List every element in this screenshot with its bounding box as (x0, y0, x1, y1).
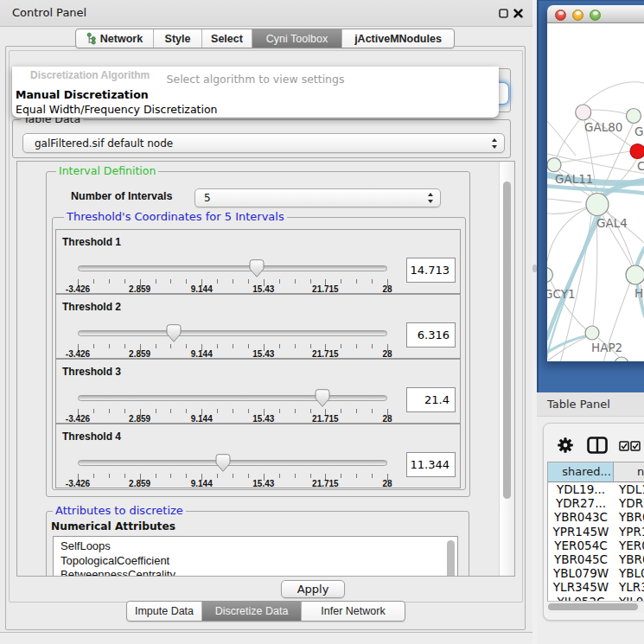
cell-name[interactable]: YLR34 (614, 580, 644, 594)
checkbox-column-icon-2[interactable] (630, 441, 641, 451)
combo-arrows-icon (426, 192, 434, 204)
column-header-shared-name[interactable]: shared... (548, 462, 614, 482)
list-item[interactable]: TopologicalCoefficient (54, 554, 457, 569)
list-item[interactable]: BetweennessCentrality (54, 568, 457, 576)
tab-network[interactable]: Network (76, 29, 154, 48)
tab-infer-network[interactable]: Infer Network (302, 602, 405, 621)
tab-jactivemnodules[interactable]: jActiveMNodules (342, 29, 454, 48)
cell-shared-name[interactable]: YBL079W (548, 566, 614, 580)
network-canvas[interactable]: GAL80GACGAL11GAL4GCY1HHAP2 (547, 23, 644, 361)
table-row[interactable]: YBR043CYBR04 (548, 510, 644, 524)
interval-definition-group: Interval Definition Number of Intervals … (46, 171, 470, 497)
table-row[interactable]: YDL19...YDL19 (548, 482, 644, 496)
slider-thumb[interactable] (315, 389, 330, 407)
threshold-label: Threshold 3 (62, 366, 121, 378)
cell-name[interactable]: YER05 (614, 539, 644, 552)
split-columns-icon[interactable] (587, 437, 608, 454)
slider-tick-label: 9.144 (191, 479, 213, 488)
cell-shared-name[interactable]: YDR27... (548, 496, 614, 510)
dropdown-prompt-item[interactable]: Select algorithm to view settings (12, 73, 499, 86)
node-gcy1[interactable] (547, 268, 553, 283)
close-traffic-light[interactable] (555, 10, 566, 21)
node-gal4[interactable] (586, 194, 609, 216)
slider-thumb[interactable] (166, 324, 182, 342)
slider-track[interactable] (78, 395, 387, 401)
slider-tick-label: 21.715 (312, 479, 339, 488)
slider-thumb[interactable] (249, 259, 265, 277)
dropdown-item-manual-discretization[interactable]: Manual Discretization (16, 88, 149, 101)
screenshot: Control Panel Network S (0, 0, 644, 644)
tab-select[interactable]: Select (202, 29, 252, 48)
thresholds-group: Threshold's Coordinates for 5 Intervals … (52, 217, 466, 490)
thresholds-group-title: Threshold's Coordinates for 5 Intervals (64, 211, 287, 223)
checkbox-column-icon[interactable] (619, 441, 629, 451)
attributes-group-title: Attributes to discretize (53, 505, 186, 517)
table-row[interactable]: YDR27...YDR27 (548, 496, 644, 510)
cell-name[interactable]: YBL07 (614, 566, 644, 580)
cell-shared-name[interactable]: YBR045C (548, 552, 614, 566)
network-desktop: GAL80GACGAL11GAL4GCY1HHAP2 (537, 0, 644, 392)
cell-name[interactable]: YBR04 (614, 552, 644, 566)
apply-button[interactable]: Apply (281, 580, 345, 598)
settings-scrollbar[interactable] (499, 162, 514, 576)
cell-name[interactable]: YDL19 (614, 482, 644, 496)
tab-style[interactable]: Style (154, 29, 202, 48)
cell-name[interactable]: YBR04 (614, 510, 644, 524)
cell-shared-name[interactable]: YLR345W (548, 580, 614, 594)
table-header-row: shared... na (548, 462, 644, 482)
slider-track[interactable] (78, 330, 387, 336)
number-of-intervals-combobox[interactable]: 5 (194, 188, 441, 207)
slider-tick-label: -3.426 (66, 349, 90, 359)
column-header-name[interactable]: na (614, 462, 644, 482)
threshold-value-field[interactable]: 21.4 (406, 387, 456, 412)
threshold-label: Threshold 2 (62, 301, 121, 313)
table-data-combobox[interactable]: galFiltered.sif default node (22, 133, 505, 153)
table-horizontal-scrollbar[interactable] (547, 601, 644, 613)
gear-icon[interactable] (558, 437, 573, 453)
node-label-c: C (637, 159, 644, 173)
numerical-attributes-label: Numerical Attributes (51, 520, 175, 532)
slider-thumb[interactable] (215, 454, 231, 472)
list-item[interactable]: SelfLoops (54, 539, 457, 554)
minimize-traffic-light[interactable] (572, 10, 583, 21)
threshold-value-field[interactable]: 14.713 (406, 258, 456, 283)
list-scrollbar[interactable] (446, 538, 456, 576)
tab-impute-data[interactable]: Impute Data (127, 602, 202, 621)
dropdown-item-equal-width[interactable]: Equal Width/Frequency Discretization (16, 103, 218, 116)
cell-name[interactable]: YDR27 (614, 496, 644, 510)
node-partial[interactable] (615, 357, 628, 361)
slider-track[interactable] (78, 265, 387, 271)
hscrollbar-thumb[interactable] (548, 603, 638, 610)
tab-discretize-data[interactable]: Discretize Data (202, 602, 302, 621)
node-gal[interactable] (627, 109, 641, 124)
node-gal80[interactable] (576, 105, 591, 120)
zoom-traffic-light[interactable] (590, 10, 601, 21)
node-h[interactable] (626, 265, 644, 284)
table-card: shared... na YDL19...YDL19YDR27...YDR27Y… (543, 423, 644, 621)
table-row[interactable]: YBL079WYBL07 (548, 566, 644, 580)
table-row[interactable]: YBR045CYBR04 (548, 552, 644, 566)
scrollbar-thumb[interactable] (503, 182, 511, 499)
combo-arrows-icon (490, 137, 498, 150)
table-row[interactable]: YLR345WYLR34 (548, 580, 644, 594)
threshold-value-field[interactable]: 11.344 (406, 452, 456, 477)
slider-tick-label: 2.859 (129, 479, 150, 488)
cell-name[interactable]: YPR14 (614, 525, 644, 539)
table-row[interactable]: YER054CYER05 (548, 539, 644, 552)
slider-tick-label: 21.715 (312, 284, 339, 294)
cell-shared-name[interactable]: YPR145W (548, 525, 614, 539)
float-window-icon[interactable] (499, 9, 508, 18)
tab-cyni-toolbox[interactable]: Cyni Toolbox (252, 29, 342, 48)
node-selected-red[interactable] (630, 144, 644, 159)
cell-shared-name[interactable]: YER054C (548, 539, 614, 552)
cell-shared-name[interactable]: YDL19... (548, 482, 614, 496)
node-gal11[interactable] (547, 158, 561, 172)
threshold-value-field[interactable]: 6.316 (406, 322, 456, 348)
slider-tick-label: -3.426 (66, 479, 90, 488)
close-icon[interactable] (513, 9, 523, 18)
numerical-attributes-list[interactable]: SelfLoops TopologicalCoefficient Between… (53, 536, 458, 576)
table-row[interactable]: YPR145WYPR14 (548, 525, 644, 539)
node-hap2[interactable] (585, 326, 599, 340)
slider-track[interactable] (78, 460, 387, 466)
cell-shared-name[interactable]: YBR043C (548, 510, 614, 524)
